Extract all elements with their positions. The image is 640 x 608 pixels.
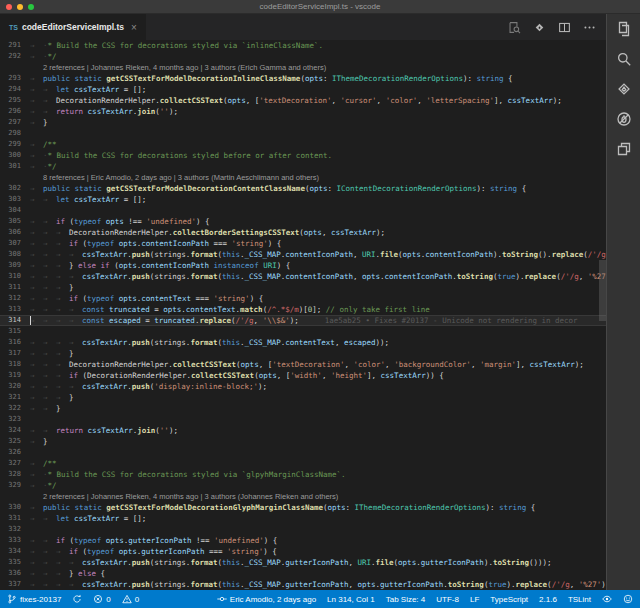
- code-line[interactable]: 335→→→→cssTextArr.push(strings.format(th…: [0, 557, 606, 568]
- code-line[interactable]: 320→→→→cssTextArr.push('display:inline-b…: [0, 381, 606, 392]
- status-warning-count[interactable]: 0: [122, 594, 139, 604]
- code-line[interactable]: 330→public static getCSSTextForModelDeco…: [0, 502, 606, 513]
- activity-bar-item-extensions[interactable]: [616, 141, 632, 157]
- code-line[interactable]: 327→/**: [0, 458, 606, 469]
- activity-bar-item-debug-disabled[interactable]: [616, 111, 632, 127]
- code-line[interactable]: 292→·*/: [0, 51, 606, 62]
- code-line[interactable]: 309→→→} else if (opts.contentIconPath in…: [0, 260, 606, 271]
- codelens-row[interactable]: 8 references | Eric Amodio, 2 days ago |…: [0, 172, 606, 183]
- code-line[interactable]: 310→→→→cssTextArr.push(strings.format(th…: [0, 271, 606, 282]
- codelens-text[interactable]: 8 references | Eric Amodio, 2 days ago |…: [30, 173, 319, 182]
- zoom-window-button[interactable]: [28, 4, 34, 10]
- code-line[interactable]: 294→→let cssTextArr = [];: [0, 84, 606, 95]
- activity-bar-item-gitlens[interactable]: [616, 81, 632, 97]
- code-line[interactable]: 293→public static getCSSTextForModelDeco…: [0, 73, 606, 84]
- status-encoding-indicator[interactable]: UTF-8: [436, 595, 459, 604]
- code-token: cssTextArr: [508, 96, 553, 105]
- activity-bar-item-search[interactable]: [616, 51, 632, 67]
- code-line[interactable]: 332: [0, 524, 606, 535]
- code-line[interactable]: 336→→→} else {: [0, 568, 606, 579]
- code-line[interactable]: 326: [0, 447, 606, 458]
- code-line[interactable]: 304: [0, 205, 606, 216]
- code-line[interactable]: 317→→→}: [0, 348, 606, 359]
- code-line[interactable]: 301→·*/: [0, 161, 606, 172]
- code-line[interactable]: 298: [0, 128, 606, 139]
- codelens-row[interactable]: 2 references | Johannes Rieken, 4 months…: [0, 62, 606, 73]
- code-token: 'textDecoration': [272, 360, 344, 369]
- close-window-button[interactable]: [6, 4, 12, 10]
- code-line[interactable]: 305→→if (typeof opts !== 'undefined') {: [0, 216, 606, 227]
- status-git-branch-indicator[interactable]: fixes-20137: [7, 594, 61, 604]
- status-eol-indicator[interactable]: LF: [470, 595, 479, 604]
- code-line[interactable]: 314→→→→const escaped = truncated.replace…: [0, 315, 606, 326]
- minimize-window-button[interactable]: [17, 4, 23, 10]
- codelens-text[interactable]: 2 references | Johannes Rieken, 4 months…: [30, 492, 338, 501]
- code-line[interactable]: 291→·* Build the CSS for decorations sty…: [0, 40, 606, 51]
- editor[interactable]: 291→·* Build the CSS for decorations sty…: [0, 40, 606, 590]
- code-line[interactable]: 337→→→→cssTextArr.push(strings.format(th…: [0, 579, 606, 590]
- code-token: (strings.: [150, 250, 191, 259]
- open-preview-icon[interactable]: [508, 21, 521, 34]
- code-line[interactable]: 313→→→→const truncated = opts.contentTex…: [0, 304, 606, 315]
- code-line[interactable]: 322→→}: [0, 403, 606, 414]
- code-token: {: [517, 184, 526, 193]
- code-line[interactable]: 295→→DecorationRenderHelper.collectCSSTe…: [0, 95, 606, 106]
- code-line[interactable]: 296→→return cssTextArr.join('');: [0, 106, 606, 117]
- status-tab-size-indicator[interactable]: Tab Size: 4: [386, 595, 426, 604]
- code-line[interactable]: 308→→→→cssTextArr.push(strings.format(th…: [0, 249, 606, 260]
- code-line[interactable]: 334→→→if (typeof opts.gutterIconPath ===…: [0, 546, 606, 557]
- code-line[interactable]: 324→→return cssTextArr.join('');: [0, 425, 606, 436]
- code-token: IThemeDecorationRenderOptions: [355, 503, 486, 512]
- code-line[interactable]: 316→→→→cssTextArr.push(strings.format(th…: [0, 337, 606, 348]
- code-line[interactable]: 312→→→if (typeof opts.contentText === 's…: [0, 293, 606, 304]
- tab-code-editor-service-impl[interactable]: TS codeEditorServiceImpl.ts ×: [0, 14, 147, 40]
- scrollbar-slider[interactable]: [599, 260, 606, 321]
- code-line[interactable]: 329→·*/: [0, 480, 606, 491]
- status-tslint-status[interactable]: TSLint: [568, 595, 591, 604]
- code-line[interactable]: 331→→let cssTextArr = [];: [0, 513, 606, 524]
- tab-whitespace-marker: →: [30, 469, 43, 480]
- code-line[interactable]: 319→→→if (DecorationRenderHelper.collect…: [0, 370, 606, 381]
- code-token: opts: [106, 217, 124, 226]
- code-token: ],: [516, 360, 530, 369]
- status-sync-button[interactable]: [72, 594, 82, 604]
- tab-close-icon[interactable]: ×: [131, 22, 137, 33]
- vertical-scrollbar[interactable]: [599, 40, 606, 590]
- code-line[interactable]: 323: [0, 414, 606, 425]
- code-token: typeof: [87, 547, 114, 556]
- status-error-count[interactable]: 0: [93, 594, 110, 604]
- line-number: 310: [0, 271, 30, 282]
- code-line[interactable]: 318→→→DecorationRenderHelper.collectCSST…: [0, 359, 606, 370]
- status-preview-eye-toggle[interactable]: [602, 594, 612, 604]
- status-language-mode[interactable]: TypeScript: [490, 595, 528, 604]
- code-line[interactable]: 299→/**: [0, 139, 606, 150]
- line-number: 298: [0, 128, 30, 139]
- activity-bar-item-explorer[interactable]: [616, 21, 632, 37]
- gitlens-annotations-icon[interactable]: [533, 21, 546, 34]
- code-line[interactable]: 300→·* Build the CSS for decorations sty…: [0, 150, 606, 161]
- status-gitlens-blame-status[interactable]: Eric Amodio, 2 days ago: [217, 594, 316, 604]
- code-line[interactable]: 328→·* Build the CSS for decorations sty…: [0, 469, 606, 480]
- code-line[interactable]: 297→}: [0, 117, 606, 128]
- code-line[interactable]: 315: [0, 326, 606, 337]
- code-line[interactable]: 321→→→}: [0, 392, 606, 403]
- status-feedback-smiley[interactable]: [623, 594, 633, 604]
- tab-whitespace-marker: →: [43, 392, 56, 403]
- codelens-row[interactable]: 2 references | Johannes Rieken, 4 months…: [0, 491, 606, 502]
- tab-whitespace-marker: →: [69, 271, 82, 282]
- code-token: gutterIconPath: [285, 580, 348, 589]
- code-line[interactable]: 302→public static getCSSTextForModelDeco…: [0, 183, 606, 194]
- code-line[interactable]: 311→→→}: [0, 282, 606, 293]
- code-line[interactable]: 306→→→DecorationRenderHelper.collectBord…: [0, 227, 606, 238]
- more-actions-icon[interactable]: [583, 21, 596, 34]
- code-line[interactable]: 307→→→if (typeof opts.contentIconPath ==…: [0, 238, 606, 249]
- code-token: ,: [377, 96, 386, 105]
- code-line[interactable]: 325→}: [0, 436, 606, 447]
- split-editor-icon[interactable]: [558, 21, 571, 34]
- tab-filename: codeEditorServiceImpl.ts: [22, 22, 124, 32]
- code-line[interactable]: 333→→if (typeof opts.gutterIconPath !== …: [0, 535, 606, 546]
- status-typescript-version[interactable]: 2.1.6: [539, 595, 557, 604]
- codelens-text[interactable]: 2 references | Johannes Rieken, 4 months…: [30, 63, 326, 72]
- status-cursor-position[interactable]: Ln 314, Col 1: [327, 595, 375, 604]
- code-line[interactable]: 303→→let cssTextArr = [];: [0, 194, 606, 205]
